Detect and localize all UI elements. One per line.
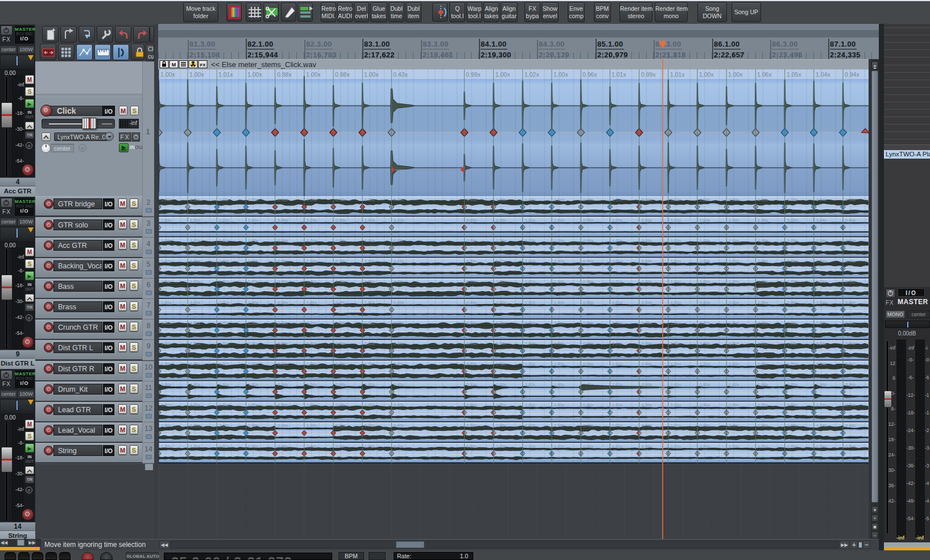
svg-text:0.94x: 0.94x xyxy=(845,382,856,387)
svg-text:1.06x: 1.06x xyxy=(758,279,768,284)
svg-text:0.99x: 0.99x xyxy=(642,300,652,305)
svg-text:1.00x: 1.00x xyxy=(161,382,172,387)
svg-text:0.99x: 0.99x xyxy=(642,423,652,428)
svg-text:1.02x: 1.02x xyxy=(525,382,536,387)
svg-text:1.00x: 1.00x xyxy=(161,321,172,326)
svg-text:0.94x: 0.94x xyxy=(845,238,856,243)
svg-text:1.01x: 1.01x xyxy=(671,444,681,449)
svg-text:0.94x: 0.94x xyxy=(845,259,856,264)
svg-text:1.01x: 1.01x xyxy=(671,403,681,408)
svg-text:1.00x: 1.00x xyxy=(729,238,739,243)
svg-text:0.99x: 0.99x xyxy=(642,403,652,408)
svg-text:0.98x: 0.98x xyxy=(278,362,288,367)
svg-text:0.98x: 0.98x xyxy=(336,218,346,223)
svg-text:1.00x: 1.00x xyxy=(190,238,201,243)
svg-text:0.98x: 0.98x xyxy=(278,444,288,449)
svg-text:0.98x: 0.98x xyxy=(278,300,288,305)
svg-text:1.00x: 1.00x xyxy=(554,279,565,284)
svg-text:1.00x: 1.00x xyxy=(496,403,507,408)
svg-text:1.00x: 1.00x xyxy=(496,300,507,305)
svg-text:1.02x: 1.02x xyxy=(525,300,536,305)
svg-text:1.04x: 1.04x xyxy=(816,444,827,449)
svg-text:1.00x: 1.00x xyxy=(365,238,375,243)
svg-text:0.99x: 0.99x xyxy=(642,279,652,284)
svg-text:1.00x: 1.00x xyxy=(190,382,201,387)
svg-text:1.05x: 1.05x xyxy=(787,403,798,408)
svg-text:1.00x: 1.00x xyxy=(496,259,507,264)
svg-text:1.05x: 1.05x xyxy=(787,362,798,367)
svg-text:1.00x: 1.00x xyxy=(307,362,317,367)
svg-text:1.00x: 1.00x xyxy=(729,259,739,264)
svg-text:1.00x: 1.00x xyxy=(248,238,259,243)
svg-text:0.98x: 0.98x xyxy=(336,382,346,387)
svg-text:0.98x: 0.98x xyxy=(278,382,288,387)
svg-text:0.99x: 0.99x xyxy=(642,341,652,346)
svg-text:0.98x: 0.98x xyxy=(278,238,288,243)
svg-text:1.00x: 1.00x xyxy=(700,321,710,326)
svg-text:1.02x: 1.02x xyxy=(525,197,536,202)
svg-text:0.94x: 0.94x xyxy=(845,423,856,428)
svg-text:1.04x: 1.04x xyxy=(816,259,827,264)
svg-text:0.99x: 0.99x xyxy=(642,444,652,449)
svg-text:1.01x: 1.01x xyxy=(671,300,681,305)
svg-text:1.00x: 1.00x xyxy=(700,444,710,449)
svg-text:1.00x: 1.00x xyxy=(365,259,375,264)
svg-text:0.98x: 0.98x xyxy=(278,341,288,346)
svg-text:0.94x: 0.94x xyxy=(845,444,856,449)
svg-text:1.00x: 1.00x xyxy=(365,279,375,284)
svg-text:1.02x: 1.02x xyxy=(524,71,539,78)
svg-text:0.99x: 0.99x xyxy=(642,362,652,367)
svg-text:1.00x: 1.00x xyxy=(365,197,375,202)
svg-text:1.01x: 1.01x xyxy=(612,238,623,243)
svg-text:0.98x: 0.98x xyxy=(336,444,346,449)
svg-text:0.99x: 0.99x xyxy=(466,197,477,202)
svg-text:0.94x: 0.94x xyxy=(845,403,856,408)
svg-text:1.05x: 1.05x xyxy=(787,321,798,326)
svg-text:1.00x: 1.00x xyxy=(307,321,317,326)
svg-text:1.02x: 1.02x xyxy=(525,218,536,223)
svg-text:0.43x: 0.43x xyxy=(393,71,408,78)
svg-text:1.00x: 1.00x xyxy=(307,300,317,305)
svg-text:1.01x: 1.01x xyxy=(671,321,681,326)
svg-text:1.04x: 1.04x xyxy=(816,403,827,408)
svg-text:0.98x: 0.98x xyxy=(336,238,346,243)
svg-text:1.00x: 1.00x xyxy=(496,341,507,346)
svg-text:1.00x: 1.00x xyxy=(496,444,507,449)
svg-text:0.98x: 0.98x xyxy=(278,423,288,428)
svg-text:1.00x: 1.00x xyxy=(700,382,710,387)
svg-text:1.00x: 1.00x xyxy=(728,71,743,78)
svg-text:0.98x: 0.98x xyxy=(336,321,346,326)
svg-text:1.00x: 1.00x xyxy=(700,403,710,408)
svg-text:1.00x: 1.00x xyxy=(161,238,172,243)
svg-text:1.00x: 1.00x xyxy=(307,218,317,223)
svg-text:1.00x: 1.00x xyxy=(699,71,714,78)
svg-text:0.98x: 0.98x xyxy=(278,279,288,284)
svg-text:0.94x: 0.94x xyxy=(845,197,856,202)
svg-text:1.05x: 1.05x xyxy=(787,259,798,264)
svg-text:0.98x: 0.98x xyxy=(336,279,346,284)
svg-text:1.01x: 1.01x xyxy=(671,218,681,223)
svg-text:1.00x: 1.00x xyxy=(307,423,317,428)
svg-text:0.43x: 0.43x xyxy=(394,218,404,223)
svg-text:1.00x: 1.00x xyxy=(729,279,739,284)
svg-text:0.94x: 0.94x xyxy=(845,321,856,326)
svg-text:1.00x: 1.00x xyxy=(190,197,201,202)
svg-text:1.06x: 1.06x xyxy=(758,197,768,202)
svg-text:1.00x: 1.00x xyxy=(190,362,201,367)
svg-text:1.00x: 1.00x xyxy=(248,218,259,223)
svg-text:1.01x: 1.01x xyxy=(671,197,681,202)
svg-text:1.05x: 1.05x xyxy=(787,238,798,243)
svg-text:1.02x: 1.02x xyxy=(525,321,536,326)
svg-text:1.00x: 1.00x xyxy=(700,279,710,284)
svg-text:1.00x: 1.00x xyxy=(554,403,565,408)
svg-text:1.00x: 1.00x xyxy=(700,259,710,264)
svg-text:1.00x: 1.00x xyxy=(365,218,375,223)
svg-text:1.06x: 1.06x xyxy=(758,259,768,264)
svg-text:1.00x: 1.00x xyxy=(496,362,507,367)
svg-text:1.01x: 1.01x xyxy=(612,279,623,284)
svg-text:0.96x: 0.96x xyxy=(582,71,597,78)
svg-text:1.01x: 1.01x xyxy=(219,197,230,202)
svg-text:1.04x: 1.04x xyxy=(816,238,827,243)
svg-text:1.00x: 1.00x xyxy=(496,197,507,202)
svg-text:1.00x: 1.00x xyxy=(700,300,710,305)
